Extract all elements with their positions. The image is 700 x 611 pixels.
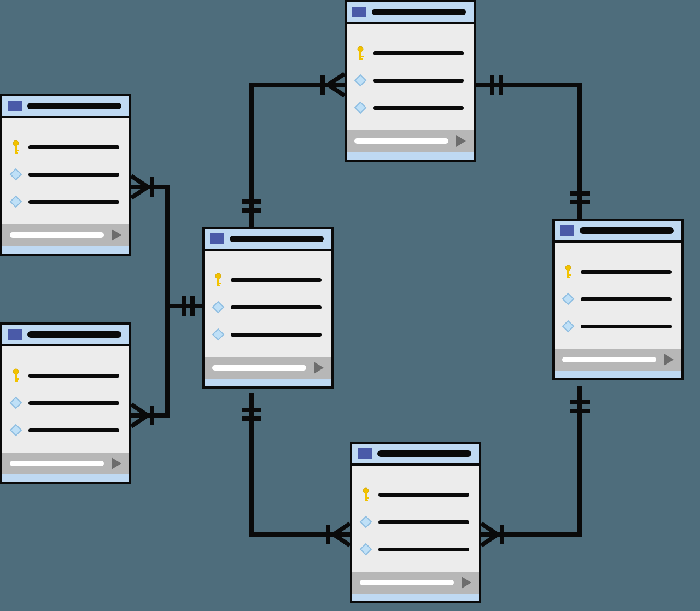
entity-bottom-strip (352, 594, 479, 601)
entity-title-placeholder (27, 103, 121, 109)
attribute-diamond-icon (10, 426, 22, 434)
svg-rect-36 (567, 277, 570, 278)
svg-rect-31 (359, 56, 364, 57)
entity-field-row (354, 94, 464, 121)
entity-box-F[interactable] (350, 442, 481, 603)
entity-titlebar (352, 444, 479, 466)
entity-title-placeholder (230, 236, 324, 242)
scroll-right-icon[interactable] (314, 362, 324, 374)
entity-field-row (360, 536, 469, 563)
svg-rect-40 (365, 500, 368, 501)
entity-field-row (562, 285, 672, 313)
scrollbar-track[interactable] (562, 357, 656, 362)
field-name-placeholder (581, 325, 672, 328)
entity-field-row (360, 508, 469, 536)
primary-key-icon (354, 46, 366, 60)
field-name-placeholder (28, 401, 119, 405)
svg-rect-27 (217, 283, 221, 284)
field-name-placeholder (28, 173, 119, 177)
attribute-diamond-icon (562, 322, 574, 331)
field-name-placeholder (581, 270, 672, 274)
attribute-diamond-icon (360, 518, 372, 526)
entity-body (347, 24, 474, 130)
svg-rect-35 (567, 274, 571, 276)
svg-point-29 (358, 46, 363, 52)
entity-field-row (212, 321, 322, 348)
field-name-placeholder (378, 520, 469, 524)
field-name-placeholder (378, 493, 469, 497)
entity-footer (555, 349, 681, 371)
attribute-diamond-icon (360, 545, 372, 554)
window-sys-icon (210, 233, 224, 244)
er-diagram-canvas (0, 0, 700, 611)
svg-rect-39 (365, 497, 369, 499)
svg-rect-23 (15, 378, 19, 380)
entity-field-row (212, 293, 322, 321)
window-sys-icon (560, 225, 574, 236)
entity-body (2, 118, 129, 224)
field-name-placeholder (28, 374, 119, 378)
scroll-right-icon[interactable] (112, 457, 121, 469)
primary-key-icon (10, 140, 22, 154)
attribute-diamond-icon (354, 76, 366, 85)
scroll-right-icon[interactable] (462, 577, 471, 589)
entity-field-row (10, 188, 119, 215)
entity-bottom-strip (555, 371, 681, 378)
entity-field-row (354, 67, 464, 94)
attribute-diamond-icon (212, 330, 224, 339)
field-name-placeholder (373, 51, 464, 55)
svg-point-21 (13, 369, 19, 374)
entity-footer (347, 130, 474, 152)
entity-footer (205, 357, 331, 379)
entity-title-placeholder (27, 331, 121, 338)
svg-rect-34 (567, 270, 569, 278)
entity-bottom-strip (347, 152, 474, 160)
entity-field-row (360, 481, 469, 508)
scrollbar-track[interactable] (354, 138, 448, 144)
primary-key-icon (562, 265, 574, 279)
field-name-placeholder (28, 428, 119, 432)
entity-field-row (10, 416, 119, 444)
svg-rect-38 (365, 493, 367, 501)
svg-rect-26 (217, 278, 219, 286)
entity-field-row (10, 389, 119, 416)
field-name-placeholder (373, 106, 464, 110)
field-name-placeholder (231, 333, 322, 337)
scroll-right-icon[interactable] (664, 354, 674, 366)
field-name-placeholder (231, 306, 322, 309)
entity-box-E[interactable] (552, 219, 684, 380)
entity-bottom-strip (2, 246, 129, 254)
svg-point-17 (13, 140, 19, 146)
entity-body (555, 243, 681, 349)
entity-box-C[interactable] (202, 227, 334, 389)
scroll-right-icon[interactable] (112, 229, 121, 241)
entity-box-A[interactable] (0, 94, 131, 256)
scrollbar-track[interactable] (10, 461, 104, 466)
field-name-placeholder (231, 278, 322, 282)
entity-field-row (10, 362, 119, 389)
entity-footer (2, 453, 129, 474)
entity-titlebar (2, 96, 129, 118)
scroll-right-icon[interactable] (456, 135, 466, 147)
scrollbar-track[interactable] (360, 580, 454, 585)
entity-title-placeholder (580, 227, 674, 234)
primary-key-icon (360, 487, 372, 502)
attribute-diamond-icon (562, 295, 574, 303)
window-sys-icon (352, 7, 366, 17)
scrollbar-track[interactable] (212, 365, 306, 371)
svg-rect-20 (15, 152, 18, 154)
scrollbar-track[interactable] (10, 232, 104, 238)
entity-title-placeholder (377, 450, 471, 457)
entity-field-row (10, 133, 119, 161)
svg-point-25 (215, 273, 221, 279)
attribute-diamond-icon (212, 303, 224, 312)
entity-box-B[interactable] (0, 322, 131, 484)
svg-rect-22 (15, 374, 17, 381)
entity-body (352, 466, 479, 572)
entity-field-row (212, 266, 322, 293)
attribute-diamond-icon (10, 170, 22, 179)
entity-titlebar (2, 325, 129, 346)
entity-box-D[interactable] (345, 0, 476, 162)
field-name-placeholder (28, 145, 119, 149)
window-sys-icon (8, 329, 22, 340)
